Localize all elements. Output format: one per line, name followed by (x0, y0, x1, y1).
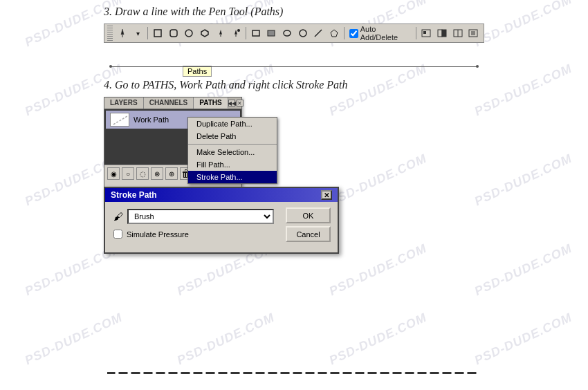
ellipse-shape-btn[interactable] (279, 26, 295, 41)
stroke-tool-row: 🖌 Brush Pencil Eraser (113, 209, 274, 224)
tab-layers[interactable]: LAYERS (104, 98, 144, 109)
svg-line-15 (315, 30, 322, 37)
line-right-dot (476, 65, 479, 68)
ctx-stroke-path[interactable]: Stroke Path... (188, 171, 277, 183)
svg-point-13 (284, 30, 291, 36)
pen-vector-tool[interactable] (213, 26, 228, 41)
tab-paths[interactable]: PATHS (194, 98, 228, 109)
tab-group: LAYERS CHANNELS PATHS (104, 98, 228, 109)
ctx-sep1 (188, 144, 277, 145)
brush-icon: 🖌 (113, 211, 123, 222)
svg-marker-8 (235, 30, 237, 35)
new-path-icon[interactable]: ⊕ (165, 167, 178, 180)
section3-line (104, 59, 484, 73)
svg-marker-6 (219, 30, 222, 35)
stroke-path-icon[interactable]: ○ (122, 167, 134, 180)
step3-title: 3. Draw a line with the Pen Tool (Paths) (104, 6, 484, 18)
stroke-dialog-titlebar: Stroke Path ✕ (105, 188, 338, 202)
panels-tab-row: LAYERS CHANNELS PATHS ◀◀ ✕ (104, 98, 241, 109)
panel-close-btn[interactable]: ✕ (237, 100, 244, 106)
line-body (111, 66, 477, 67)
stroke-dialog-close[interactable]: ✕ (321, 190, 332, 200)
svg-rect-11 (252, 30, 259, 36)
history-btn[interactable] (466, 26, 481, 41)
rounded-rect-tool[interactable] (166, 26, 181, 41)
auto-add-delete-checkbox[interactable] (349, 29, 358, 38)
svg-marker-5 (201, 30, 208, 37)
circle-shape-btn[interactable] (295, 26, 311, 41)
ellipse-tool[interactable] (181, 26, 196, 41)
context-menu: Duplicate Path... Delete Path Make Selec… (187, 117, 277, 184)
svg-rect-17 (423, 31, 426, 34)
svg-rect-19 (442, 30, 446, 37)
panel-controls: ◀◀ ✕ (228, 100, 246, 106)
work-path-thumb (110, 113, 129, 127)
layer-mask-btn[interactable] (419, 26, 434, 41)
tab-channels[interactable]: CHANNELS (144, 98, 194, 109)
section4: 4. Go to PATHS, Work Path and right clic… (0, 79, 588, 207)
polygon-tool[interactable] (197, 26, 212, 41)
sep4 (416, 27, 416, 39)
svg-rect-2 (154, 30, 161, 37)
pen-tool-btn[interactable] (115, 26, 130, 41)
ctx-duplicate-path[interactable]: Duplicate Path... (188, 118, 277, 130)
sep2 (246, 27, 246, 39)
simulate-pressure-row: Simulate Pressure (113, 230, 274, 239)
svg-point-14 (300, 30, 306, 37)
stroke-dialog-buttons: OK Cancel (286, 207, 331, 242)
freeform-pen-tool[interactable] (228, 26, 244, 41)
simulate-pressure-label: Simulate Pressure (127, 230, 189, 239)
fill-path-icon[interactable]: ◌ (136, 167, 149, 180)
stroke-tool-select[interactable]: Brush Pencil Eraser (127, 209, 274, 224)
rect-tool[interactable] (150, 26, 165, 41)
work-path-label: Work Path (134, 115, 169, 124)
paths-shape-btn[interactable] (248, 26, 264, 41)
dashed-line-svg (107, 371, 481, 375)
stroke-cancel-button[interactable]: Cancel (286, 226, 331, 242)
auto-add-delete-label: Auto Add/Delete (360, 25, 414, 41)
sep1 (147, 27, 148, 39)
section3: 3. Draw a line with the Pen Tool (Paths)… (0, 0, 588, 73)
svg-point-9 (237, 29, 240, 32)
load-selection-icon[interactable]: ◉ (107, 167, 120, 180)
ctx-make-selection[interactable]: Make Selection... (188, 146, 277, 158)
mask-path-icon[interactable]: ⊗ (151, 167, 163, 180)
sep3 (344, 27, 344, 39)
svg-rect-12 (268, 30, 275, 36)
svg-rect-3 (170, 30, 177, 37)
auto-add-delete-group: Auto Add/Delete (349, 25, 414, 41)
bottom-dashed-line (107, 371, 481, 375)
fill-pixels-btn[interactable] (264, 26, 279, 41)
custom-shape-tool[interactable] (327, 26, 342, 41)
ctx-fill-path[interactable]: Fill Path... (188, 158, 277, 171)
panels-area: LAYERS CHANNELS PATHS ◀◀ ✕ (104, 97, 339, 207)
toolbar-grip (107, 26, 113, 41)
pen-tool-dropdown[interactable]: ▾ (131, 26, 146, 41)
stroke-path-dialog: Stroke Path ✕ 🖌 Brush Pencil Eraser (104, 187, 339, 254)
simulate-pressure-checkbox[interactable] (113, 230, 122, 239)
layer-comp-btn[interactable] (450, 26, 466, 41)
main-content: 3. Draw a line with the Pen Tool (Paths)… (0, 0, 588, 390)
fill-layer-btn[interactable] (434, 26, 450, 41)
pen-tool-toolbar: ▾ (104, 24, 484, 43)
svg-rect-18 (438, 30, 442, 37)
panel-arrow-btn[interactable]: ◀◀ (228, 100, 235, 106)
diagonal-tool[interactable] (311, 26, 326, 41)
stroke-dialog-title: Stroke Path (111, 190, 157, 200)
paths-label-container: Paths (104, 43, 484, 54)
stroke-ok-button[interactable]: OK (286, 207, 331, 223)
svg-point-4 (185, 30, 192, 37)
ctx-delete-path[interactable]: Delete Path (188, 130, 277, 142)
svg-marker-0 (121, 29, 124, 35)
step4-title: 4. Go to PATHS, Work Path and right clic… (104, 79, 484, 91)
